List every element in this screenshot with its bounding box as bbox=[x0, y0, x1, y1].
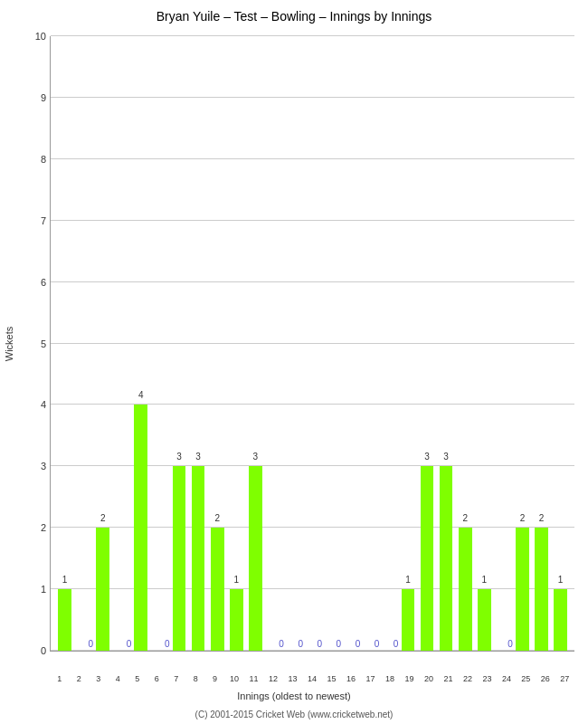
y-tick-label: 1 bbox=[41, 584, 46, 595]
chart-area: 012345678910 102040332130000000133210221 bbox=[50, 36, 574, 652]
x-tick-label: 8 bbox=[185, 674, 204, 683]
chart-title: Bryan Yuile – Test – Bowling – Innings b… bbox=[0, 0, 588, 28]
bar-wrapper: 1 bbox=[398, 36, 417, 651]
x-tick-label: 13 bbox=[283, 674, 302, 683]
y-axis-label: Wickets bbox=[4, 327, 14, 362]
bar-wrapper: 3 bbox=[437, 36, 456, 651]
bar-wrapper: 0 bbox=[265, 36, 284, 651]
bar: 1 bbox=[230, 589, 243, 651]
x-tick-label: 10 bbox=[224, 674, 243, 683]
x-tick-label: 4 bbox=[108, 674, 127, 683]
bar-wrapper: 2 bbox=[93, 36, 112, 651]
bar-wrapper: 4 bbox=[131, 36, 150, 651]
bar: 3 bbox=[192, 466, 205, 651]
bar-wrapper: 0 bbox=[322, 36, 341, 651]
bar-value-label: 3 bbox=[253, 452, 259, 462]
x-labels: 1234567891011121314151617181920212223242… bbox=[50, 674, 574, 683]
x-tick-label: 9 bbox=[205, 674, 224, 683]
bar-wrapper: 0 bbox=[303, 36, 322, 651]
y-tick-label: 8 bbox=[41, 154, 46, 165]
bar-wrapper: 3 bbox=[246, 36, 265, 651]
bar: 2 bbox=[96, 528, 109, 651]
copyright: (C) 2001-2015 Cricket Web (www.cricketwe… bbox=[0, 710, 588, 719]
bar: 3 bbox=[421, 466, 434, 651]
x-tick-label: 3 bbox=[89, 674, 108, 683]
bar-value-label: 3 bbox=[176, 452, 182, 462]
bar-value-label: 4 bbox=[138, 390, 144, 400]
bar-wrapper: 1 bbox=[475, 36, 494, 651]
bar: 3 bbox=[440, 466, 453, 651]
bar-value-label: 3 bbox=[443, 452, 449, 462]
bar-value-label: 2 bbox=[462, 513, 468, 523]
x-tick-label: 26 bbox=[536, 674, 555, 683]
x-tick-label: 15 bbox=[322, 674, 341, 683]
bar: 2 bbox=[459, 528, 472, 651]
bar-value-label: 2 bbox=[539, 513, 545, 523]
bar-wrapper: 0 bbox=[284, 36, 303, 651]
y-tick-label: 10 bbox=[35, 31, 46, 42]
bar: 3 bbox=[173, 466, 186, 651]
bar-wrapper: 2 bbox=[532, 36, 551, 651]
bar-value-label: 3 bbox=[195, 452, 201, 462]
bar: 2 bbox=[211, 528, 224, 651]
bar: 1 bbox=[554, 589, 567, 651]
bar-value-label: 1 bbox=[405, 575, 411, 585]
x-tick-label: 25 bbox=[517, 674, 536, 683]
x-tick-label: 22 bbox=[458, 674, 477, 683]
bar-wrapper: 0 bbox=[74, 36, 93, 651]
bar: 2 bbox=[516, 528, 529, 651]
x-tick-label: 19 bbox=[400, 674, 419, 683]
y-tick-label: 7 bbox=[41, 215, 46, 226]
x-tick-label: 23 bbox=[478, 674, 497, 683]
bar: 1 bbox=[478, 589, 491, 651]
bar-value-label: 1 bbox=[62, 575, 68, 585]
chart-container: Bryan Yuile – Test – Bowling – Innings b… bbox=[0, 0, 588, 724]
bar: 1 bbox=[58, 589, 71, 651]
bar-value-label: 2 bbox=[214, 513, 220, 523]
bar-wrapper: 2 bbox=[513, 36, 532, 651]
bar-wrapper: 0 bbox=[379, 36, 398, 651]
y-tick-label: 0 bbox=[41, 645, 46, 656]
x-axis-title: Innings (oldest to newest) bbox=[0, 691, 588, 701]
x-tick-label: 11 bbox=[244, 674, 263, 683]
bar-value-label: 1 bbox=[233, 575, 239, 585]
x-tick-label: 7 bbox=[166, 674, 185, 683]
bar-wrapper: 3 bbox=[417, 36, 436, 651]
y-tick-label: 9 bbox=[41, 92, 46, 103]
bar-wrapper: 3 bbox=[169, 36, 188, 651]
x-tick-label: 1 bbox=[50, 674, 69, 683]
bars-group: 102040332130000000133210221 bbox=[51, 36, 574, 651]
bar: 1 bbox=[402, 589, 415, 651]
bar-wrapper: 2 bbox=[456, 36, 475, 651]
y-tick-label: 2 bbox=[41, 522, 46, 533]
x-tick-label: 18 bbox=[380, 674, 399, 683]
bar-wrapper: 0 bbox=[112, 36, 131, 651]
bar: 3 bbox=[249, 466, 262, 651]
bar: 4 bbox=[134, 405, 147, 651]
x-tick-label: 6 bbox=[147, 674, 166, 683]
x-tick-label: 20 bbox=[419, 674, 438, 683]
y-tick-label: 6 bbox=[41, 277, 46, 288]
bar-value-label: 3 bbox=[424, 452, 430, 462]
bar-wrapper: 0 bbox=[360, 36, 379, 651]
bar-wrapper: 0 bbox=[341, 36, 360, 651]
x-tick-label: 24 bbox=[497, 674, 516, 683]
x-tick-label: 27 bbox=[555, 674, 574, 683]
bar-wrapper: 3 bbox=[189, 36, 208, 651]
x-tick-label: 21 bbox=[439, 674, 458, 683]
x-tick-label: 14 bbox=[302, 674, 321, 683]
x-tick-label: 5 bbox=[128, 674, 147, 683]
y-tick-label: 5 bbox=[41, 338, 46, 349]
y-tick-label: 4 bbox=[41, 399, 46, 410]
bar-value-label: 2 bbox=[520, 513, 526, 523]
bar-wrapper: 1 bbox=[227, 36, 246, 651]
bar-wrapper: 2 bbox=[208, 36, 227, 651]
bar-value-label: 1 bbox=[558, 575, 564, 585]
bar-wrapper: 0 bbox=[494, 36, 513, 651]
bar-wrapper: 1 bbox=[55, 36, 74, 651]
x-tick-label: 12 bbox=[263, 674, 282, 683]
bar-wrapper: 0 bbox=[150, 36, 169, 651]
bar-value-label: 1 bbox=[481, 575, 487, 585]
x-tick-label: 2 bbox=[69, 674, 88, 683]
y-tick-label: 3 bbox=[41, 461, 46, 472]
